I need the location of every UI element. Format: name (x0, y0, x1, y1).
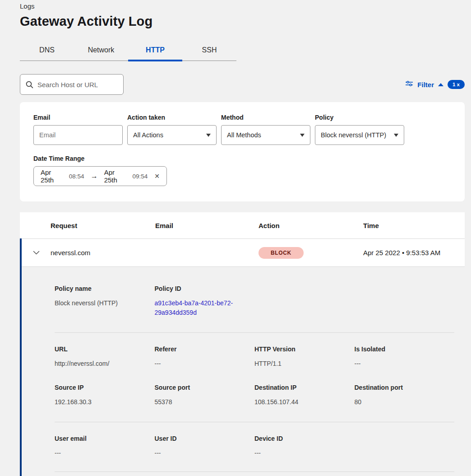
cell-action: BLOCK (259, 247, 363, 259)
arrow-right-icon: → (88, 172, 100, 180)
end-time[interactable]: 09:54 (132, 173, 148, 180)
detail-label: Policy name (55, 285, 155, 292)
detail-field: HTTP Version HTTP/1.1 (254, 345, 355, 376)
tab-dns[interactable]: DNS (20, 41, 74, 61)
action-filter-label: Action taken (127, 114, 217, 121)
filter-panel: Email Action taken All Actions Method Al… (20, 102, 465, 201)
detail-label: Source port (155, 384, 255, 391)
user-section: User email --- User ID --- Device ID --- (55, 422, 454, 471)
method-filter-select[interactable]: All Methods (221, 125, 310, 145)
detail-field: Referer --- (155, 345, 255, 376)
method-filter-field: Method All Methods (221, 114, 310, 145)
search-box[interactable] (20, 74, 124, 95)
chevron-down-icon (394, 134, 398, 137)
request-section: URL http://neverssl.com/ Referer --- HTT… (55, 333, 454, 376)
source-port-value: 55378 (155, 397, 255, 407)
chevron-down-icon (33, 251, 40, 255)
log-entry-details: Policy name Block neverssl (HTTP) Policy… (22, 266, 465, 476)
end-date[interactable]: Apr 25th (104, 168, 129, 184)
detail-field: Destination IP 108.156.107.44 (254, 384, 355, 422)
device-id-value: --- (254, 448, 355, 458)
detail-field: Source port 55378 (155, 384, 255, 422)
policy-filter-field: Policy Block neverssl (HTTP) (315, 114, 404, 145)
detail-label: Referer (155, 345, 255, 353)
search-icon (26, 81, 33, 89)
policy-filter-label: Policy (315, 114, 404, 121)
column-header-time[interactable]: Time (363, 222, 465, 229)
detail-label: Destination port (355, 384, 455, 391)
email-filter-label: Email (33, 114, 123, 121)
policy-name-value: Block neverssl (HTTP) (55, 299, 155, 308)
detail-field: User ID --- (155, 435, 255, 471)
http-version-value: HTTP/1.1 (254, 359, 355, 369)
filter-controls[interactable]: Filter 1 x (405, 80, 465, 89)
detail-label: URL (55, 345, 155, 353)
policy-filter-value: Block neverssl (HTTP) (321, 131, 386, 139)
search-input[interactable] (37, 81, 127, 89)
destination-ip-value: 108.156.107.44 (254, 397, 355, 407)
expanded-log-entry: neverssl.com BLOCK Apr 25 2022 • 9:53:53… (20, 238, 465, 476)
email-filter-field: Email (33, 114, 123, 145)
clear-date-range-icon[interactable]: ✕ (154, 173, 160, 180)
breadcrumb[interactable]: Logs (20, 2, 465, 10)
detail-label: Destination IP (254, 384, 355, 391)
detail-field: User email --- (55, 435, 155, 471)
start-date[interactable]: Apr 25th (41, 168, 65, 184)
tab-ssh[interactable]: SSH (182, 41, 236, 61)
filter-count-badge[interactable]: 1 x (448, 80, 465, 89)
detail-label: Policy ID (155, 285, 255, 292)
source-ip-value: 192.168.30.3 (55, 397, 155, 407)
detail-field: Device ID --- (254, 435, 355, 471)
page-title: Gateway Activity Log (20, 14, 465, 29)
method-filter-value: All Methods (227, 131, 261, 139)
empty-cell (254, 285, 355, 317)
date-range-field: Date Time Range Apr 25th 08:54 → Apr 25t… (33, 155, 167, 186)
radar-link-row: View domain details in Radar → (55, 472, 454, 476)
detail-field: Policy name Block neverssl (HTTP) (55, 285, 155, 317)
detail-label: HTTP Version (254, 345, 355, 353)
action-filter-select[interactable]: All Actions (127, 125, 217, 145)
table-header-row: Request Email Action Time (20, 212, 465, 238)
user-id-value: --- (155, 448, 255, 458)
detail-label: Device ID (254, 435, 355, 442)
policy-section: Policy name Block neverssl (HTTP) Policy… (55, 285, 454, 332)
empty-cell (355, 285, 455, 317)
action-filter-field: Action taken All Actions (127, 114, 217, 145)
action-status-badge: BLOCK (259, 247, 304, 259)
detail-field: Is Isolated --- (355, 345, 455, 376)
destination-port-value: 80 (355, 397, 455, 407)
collapse-caret-icon[interactable] (438, 83, 443, 86)
chevron-down-icon (206, 134, 211, 137)
date-range-picker[interactable]: Apr 25th 08:54 → Apr 25th 09:54 ✕ (33, 166, 167, 186)
start-time[interactable]: 08:54 (69, 173, 84, 180)
referer-value: --- (155, 359, 255, 369)
network-section: Source IP 192.168.30.3 Source port 55378… (55, 376, 454, 422)
table-row[interactable]: neverssl.com BLOCK Apr 25 2022 • 9:53:53… (22, 238, 465, 266)
filter-toggle-label[interactable]: Filter (417, 81, 434, 89)
row-expander[interactable] (22, 251, 51, 255)
chevron-down-icon (300, 134, 305, 137)
cell-request: neverssl.com (51, 249, 155, 257)
action-filter-value: All Actions (133, 131, 163, 139)
policy-filter-select[interactable]: Block neverssl (HTTP) (315, 125, 404, 145)
toolbar: Filter 1 x (20, 74, 465, 95)
column-header-request[interactable]: Request (51, 222, 155, 229)
column-header-email[interactable]: Email (155, 222, 259, 229)
tab-network[interactable]: Network (74, 41, 128, 61)
detail-label: Is Isolated (355, 345, 455, 353)
detail-field: Source IP 192.168.30.3 (55, 384, 155, 422)
column-header-action[interactable]: Action (259, 222, 363, 229)
date-range-label: Date Time Range (33, 155, 167, 162)
sliders-icon (405, 81, 413, 88)
is-isolated-value: --- (355, 359, 455, 369)
tab-http[interactable]: HTTP (128, 41, 182, 61)
detail-label: User email (55, 435, 155, 442)
filter-field-row: Email Action taken All Actions Method Al… (33, 114, 451, 145)
page-content: Logs Gateway Activity Log DNS Network HT… (0, 0, 471, 476)
detail-label: User ID (155, 435, 255, 442)
detail-field: Policy ID a91c3eb4-ba7a-4201-be72-29a934… (155, 285, 255, 317)
method-filter-label: Method (221, 114, 310, 121)
email-filter-input[interactable] (33, 125, 123, 145)
cell-time: Apr 25 2022 • 9:53:53 AM (363, 249, 465, 257)
policy-id-link[interactable]: a91c3eb4-ba7a-4201-be72-29a934dd359d (155, 299, 240, 317)
